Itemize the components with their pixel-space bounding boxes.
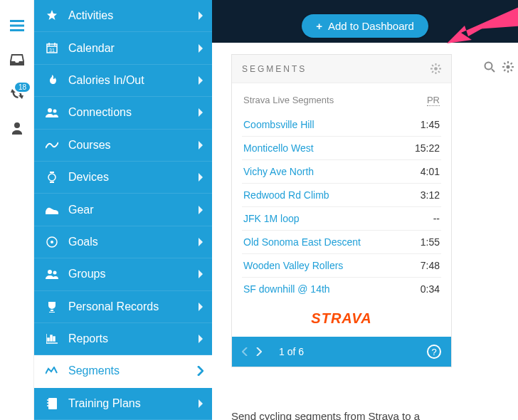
sidebar-item-courses[interactable]: Courses bbox=[34, 130, 212, 162]
pager-next-button[interactable] bbox=[256, 347, 270, 356]
sidebar: Activities 31 Calendar Calories In/Out C… bbox=[34, 0, 212, 420]
chevron-right-icon bbox=[198, 141, 204, 149]
search-icon[interactable] bbox=[484, 61, 495, 73]
inbox-icon bbox=[10, 54, 24, 65]
help-button[interactable]: ? bbox=[427, 345, 441, 359]
callout-arrow-icon bbox=[411, 4, 518, 61]
sidebar-item-label: Goals bbox=[68, 236, 98, 248]
chevron-right-icon bbox=[198, 44, 204, 53]
watch-icon bbox=[44, 172, 60, 183]
chevron-right-icon bbox=[198, 11, 204, 20]
segment-link[interactable]: Vichy Ave North bbox=[243, 166, 314, 177]
sidebar-item-goals[interactable]: Goals bbox=[34, 226, 212, 258]
sidebar-item-devices[interactable]: Devices bbox=[34, 162, 212, 194]
sidebar-item-label: Training Plans bbox=[68, 397, 141, 410]
segment-row: Vichy Ave North4:01 bbox=[242, 160, 441, 184]
sidebar-item-segments[interactable]: Segments bbox=[34, 355, 212, 387]
segment-link[interactable]: Old Sonoma East Descent bbox=[243, 236, 361, 248]
chevron-right-icon bbox=[197, 366, 204, 376]
chevron-right-icon bbox=[198, 238, 204, 246]
left-rail: 18 bbox=[0, 0, 34, 420]
add-button-label: Add to Dashboard bbox=[328, 20, 414, 32]
profile-button[interactable] bbox=[0, 111, 34, 145]
subhead-pr[interactable]: PR bbox=[427, 95, 440, 106]
segment-row: SF downhill @ 14th0:34 bbox=[242, 278, 441, 300]
card-header: SEGMENTS bbox=[232, 55, 451, 83]
svg-point-9 bbox=[485, 63, 492, 70]
add-to-dashboard-button[interactable]: + Add to Dashboard bbox=[302, 14, 428, 38]
segment-link[interactable]: Wooden Valley Rollers bbox=[243, 260, 343, 271]
svg-point-6 bbox=[48, 270, 52, 274]
sidebar-item-reports[interactable]: Reports bbox=[34, 323, 212, 355]
card-body: Strava Live Segments PR Coombsville Hill… bbox=[232, 83, 451, 337]
chevron-right-icon bbox=[198, 399, 204, 408]
target-icon bbox=[44, 236, 60, 248]
segments-icon bbox=[44, 367, 60, 375]
sidebar-item-label: Calories In/Out bbox=[68, 74, 144, 87]
hamburger-button[interactable] bbox=[0, 9, 34, 43]
card-settings-button[interactable] bbox=[430, 63, 441, 74]
inbox-button[interactable] bbox=[0, 43, 34, 77]
sidebar-item-label: Activities bbox=[68, 9, 113, 22]
sidebar-item-groups[interactable]: Groups bbox=[34, 258, 212, 290]
segment-row: Old Sonoma East Descent1:55 bbox=[242, 231, 441, 254]
chevron-right-icon bbox=[198, 173, 204, 182]
svg-point-2 bbox=[53, 110, 57, 113]
route-icon bbox=[44, 141, 60, 149]
segment-link[interactable]: JFK 1M loop bbox=[243, 213, 300, 224]
description-text: Send cycling segments from Strava to a bbox=[231, 410, 420, 420]
sidebar-item-gear[interactable]: Gear bbox=[34, 194, 212, 226]
chevron-right-icon bbox=[198, 335, 204, 343]
sidebar-item-label: Connections bbox=[68, 106, 132, 119]
sidebar-item-label: Devices bbox=[68, 171, 109, 184]
trophy-icon bbox=[44, 301, 60, 313]
svg-point-7 bbox=[53, 271, 57, 275]
segment-row: Wooden Valley Rollers7:48 bbox=[242, 254, 441, 278]
card-title: SEGMENTS bbox=[242, 64, 307, 74]
strava-logo: STRAVA bbox=[242, 300, 441, 334]
sidebar-item-training-plans[interactable]: Training Plans bbox=[34, 388, 212, 420]
segment-time: 15:22 bbox=[415, 142, 440, 154]
sidebar-item-label: Courses bbox=[68, 139, 111, 152]
plus-icon: + bbox=[316, 20, 322, 32]
card-footer: 1 of 6 ? bbox=[232, 337, 451, 367]
chart-icon bbox=[44, 334, 60, 344]
toolbar-right bbox=[484, 61, 514, 73]
activities-icon bbox=[44, 10, 60, 21]
segment-time: 1:45 bbox=[421, 119, 440, 130]
sidebar-item-label: Calendar bbox=[68, 42, 115, 55]
calendar-icon: 31 bbox=[44, 43, 60, 54]
shoe-icon bbox=[44, 206, 60, 214]
sync-button[interactable]: 18 bbox=[0, 77, 34, 111]
chevron-right-icon bbox=[198, 108, 204, 117]
sidebar-item-calories[interactable]: Calories In/Out bbox=[34, 65, 212, 97]
notebook-icon bbox=[44, 398, 60, 409]
gear-icon[interactable] bbox=[502, 61, 514, 73]
segment-row: Coombsville Hill1:45 bbox=[242, 113, 441, 137]
subhead-left: Strava Live Segments bbox=[243, 95, 334, 106]
sidebar-item-label: Personal Records bbox=[68, 300, 159, 313]
main-area: + Add to Dashboard SEGMENTS Strava Live … bbox=[212, 0, 518, 420]
sidebar-item-personal-records[interactable]: Personal Records bbox=[34, 291, 212, 323]
segment-link[interactable]: SF downhill @ 14th bbox=[243, 283, 330, 295]
chevron-right-icon bbox=[198, 76, 204, 85]
sidebar-item-label: Gear bbox=[68, 204, 94, 216]
segment-link[interactable]: Redwood Rd Climb bbox=[243, 189, 329, 201]
sidebar-item-connections[interactable]: Connections bbox=[34, 97, 212, 129]
sidebar-item-label: Groups bbox=[68, 268, 105, 280]
segment-time: 7:48 bbox=[421, 260, 440, 271]
pager-prev-button[interactable] bbox=[242, 347, 256, 356]
svg-point-11 bbox=[434, 67, 438, 70]
segment-link[interactable]: Monticello West bbox=[243, 142, 314, 154]
sidebar-item-activities[interactable]: Activities bbox=[34, 0, 212, 32]
sidebar-item-label: Segments bbox=[68, 364, 120, 377]
sidebar-item-label: Reports bbox=[68, 332, 108, 345]
segment-link[interactable]: Coombsville Hill bbox=[243, 119, 314, 130]
svg-text:31: 31 bbox=[49, 48, 55, 53]
flame-icon bbox=[44, 75, 60, 86]
sidebar-item-calendar[interactable]: 31 Calendar bbox=[34, 32, 212, 64]
people-icon bbox=[44, 107, 60, 117]
segment-time: 0:34 bbox=[421, 283, 440, 295]
segment-time: 1:55 bbox=[421, 236, 440, 248]
chevron-right-icon bbox=[198, 303, 204, 311]
